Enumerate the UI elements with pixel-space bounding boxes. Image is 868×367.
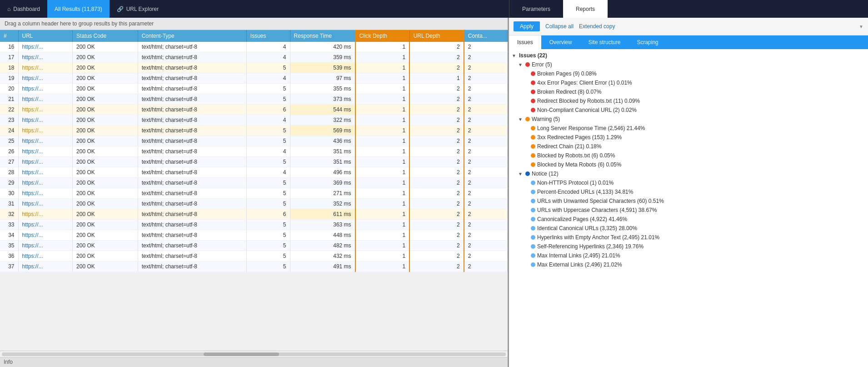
tree-item-unwanted-special[interactable]: URLs with Unwanted Special Characters (6… <box>509 196 868 206</box>
tree-notice-group[interactable]: ▼ Notice (12) <box>509 169 868 178</box>
col-header-issues[interactable]: Issues <box>246 30 290 42</box>
table-row[interactable]: 34 https://... 200 OK text/html; charset… <box>0 230 508 241</box>
tree-item-max-internal[interactable]: Max Internal Links (2,495) 21.01% <box>509 251 868 260</box>
apply-button[interactable]: Apply <box>514 21 540 31</box>
tab-site-structure[interactable]: Site structure <box>580 35 629 49</box>
tree-item-hyperlinks-empty[interactable]: Hyperlinks with Empty Anchor Text (2,495… <box>509 233 868 242</box>
tree-item-uppercase-chars[interactable]: URLs with Uppercase Characters (4,591) 3… <box>509 206 868 215</box>
arrow-down-icon: ▼ <box>518 62 524 67</box>
tree-item-long-server[interactable]: Long Server Response Time (2,546) 21.44% <box>509 124 868 133</box>
table-row[interactable]: 24 https://... 200 OK text/html; charset… <box>0 126 508 136</box>
table-row[interactable]: 16 https://... 200 OK text/html; charset… <box>0 42 508 52</box>
tree-item-canonicalized-pages[interactable]: Canonicalized Pages (4,922) 41.46% <box>509 215 868 224</box>
tree-item-redirect-blocked[interactable]: Redirect Blocked by Robots.txt (11) 0.09… <box>509 96 868 106</box>
table-row[interactable]: 19 https://... 200 OK text/html; charset… <box>0 73 508 84</box>
tree-item-non-compliant-canonical[interactable]: Non-Compliant Canonical URL (2) 0.02% <box>509 106 868 115</box>
cell-url[interactable]: https://... <box>18 84 73 94</box>
col-header-click-depth[interactable]: Click Depth <box>355 30 410 42</box>
dot-blue <box>531 253 535 258</box>
issues-tree[interactable]: ▼ Issues (22) ▼ Error (5) Broken Pages (… <box>509 49 868 367</box>
tab-reports[interactable]: Reports <box>563 0 608 18</box>
tree-item-self-referencing[interactable]: Self-Referencing Hyperlinks (2,346) 19.7… <box>509 242 868 251</box>
table-row[interactable]: 37 https://... 200 OK text/html; charset… <box>0 261 508 272</box>
table-row[interactable]: 35 https://... 200 OK text/html; charset… <box>0 241 508 251</box>
table-row[interactable]: 30 https://... 200 OK text/html; charset… <box>0 188 508 199</box>
tree-item-4xx-error[interactable]: 4xx Error Pages: Client Error (1) 0.01% <box>509 78 868 87</box>
tab-parameters[interactable]: Parameters <box>509 0 563 18</box>
extended-copy-button[interactable]: Extended copy <box>579 23 615 30</box>
tab-overview[interactable]: Overview <box>541 35 580 49</box>
dot-orange <box>531 144 535 149</box>
cell-url[interactable]: https://... <box>18 146 73 157</box>
tab-all-results[interactable]: All Results (11,873) <box>47 0 110 18</box>
tree-item-percent-encoded[interactable]: Percent-Encoded URLs (4,133) 34.81% <box>509 187 868 196</box>
cell-url[interactable]: https://... <box>18 209 73 220</box>
table-wrapper[interactable]: # URL Status Code Content-Type Issues Re… <box>0 30 508 351</box>
tree-item-redirect-chain[interactable]: Redirect Chain (21) 0.18% <box>509 142 868 151</box>
tab-scraping[interactable]: Scraping <box>629 35 666 49</box>
table-row[interactable]: 36 https://... 200 OK text/html; charset… <box>0 251 508 261</box>
cell-issues: 5 <box>246 63 290 73</box>
cell-url[interactable]: https://... <box>18 136 73 146</box>
table-row[interactable]: 27 https://... 200 OK text/html; charset… <box>0 157 508 167</box>
cell-url-depth: 2 <box>409 188 464 199</box>
cell-response-time: 420 ms <box>290 42 355 52</box>
table-row[interactable]: 17 https://... 200 OK text/html; charset… <box>0 52 508 63</box>
cell-url[interactable]: https://... <box>18 52 73 63</box>
col-header-url[interactable]: URL <box>18 30 73 42</box>
tree-root[interactable]: ▼ Issues (22) <box>509 51 868 60</box>
tree-warning-group[interactable]: ▼ Warning (5) <box>509 115 868 124</box>
tree-item-identical-canonical[interactable]: Identical Canonical URLs (3,325) 28.00% <box>509 224 868 233</box>
tree-item-3xx-redirected[interactable]: 3xx Redirected Pages (153) 1.29% <box>509 133 868 142</box>
col-header-response-time[interactable]: Response Time <box>290 30 355 42</box>
table-row[interactable]: 21 https://... 200 OK text/html; charset… <box>0 94 508 105</box>
cell-url[interactable]: https://... <box>18 230 73 241</box>
tab-dashboard[interactable]: ⌂ Dashboard <box>0 0 47 18</box>
cell-url[interactable]: https://... <box>18 63 73 73</box>
table-row[interactable]: 23 https://... 200 OK text/html; charset… <box>0 115 508 126</box>
tab-issues[interactable]: Issues <box>509 35 541 49</box>
table-row[interactable]: 33 https://... 200 OK text/html; charset… <box>0 220 508 230</box>
table-row[interactable]: 22 https://... 200 OK text/html; charset… <box>0 105 508 115</box>
col-header-url-depth[interactable]: URL Depth <box>409 30 464 42</box>
table-row[interactable]: 32 https://... 200 OK text/html; charset… <box>0 209 508 220</box>
cell-url[interactable]: https://... <box>18 261 73 272</box>
cell-url[interactable]: https://... <box>18 241 73 251</box>
cell-url[interactable]: https://... <box>18 73 73 84</box>
table-row[interactable]: 31 https://... 200 OK text/html; charset… <box>0 199 508 209</box>
cell-url[interactable]: https://... <box>18 115 73 126</box>
tree-item-broken-redirect[interactable]: Broken Redirect (8) 0.07% <box>509 87 868 96</box>
tree-item-max-external[interactable]: Max External Links (2,496) 21.02% <box>509 260 868 269</box>
tree-item-blocked-meta-robots[interactable]: Blocked by Meta Robots (6) 0.05% <box>509 160 868 169</box>
table-row[interactable]: 18 https://... 200 OK text/html; charset… <box>0 63 508 73</box>
table-row[interactable]: 26 https://... 200 OK text/html; charset… <box>0 146 508 157</box>
cell-url[interactable]: https://... <box>18 220 73 230</box>
cell-url[interactable]: https://... <box>18 157 73 167</box>
tree-error-group[interactable]: ▼ Error (5) <box>509 60 868 69</box>
cell-url[interactable]: https://... <box>18 188 73 199</box>
cell-url[interactable]: https://... <box>18 94 73 105</box>
table-row[interactable]: 25 https://... 200 OK text/html; charset… <box>0 136 508 146</box>
tree-item-non-https[interactable]: Non-HTTPS Protocol (1) 0.01% <box>509 178 868 187</box>
horizontal-scrollbar[interactable] <box>0 351 508 357</box>
table-row[interactable]: 28 https://... 200 OK text/html; charset… <box>0 167 508 178</box>
table-row[interactable]: 20 https://... 200 OK text/html; charset… <box>0 84 508 94</box>
table-row[interactable]: 29 https://... 200 OK text/html; charset… <box>0 178 508 188</box>
cell-url[interactable]: https://... <box>18 178 73 188</box>
cell-url[interactable]: https://... <box>18 105 73 115</box>
tab-url-explorer[interactable]: 🔗 URL Explorer <box>110 0 166 18</box>
col-header-conta[interactable]: Conta... <box>464 30 508 42</box>
tree-item-broken-pages[interactable]: Broken Pages (9) 0.08% <box>509 69 868 78</box>
cell-conta: 2 <box>464 42 508 52</box>
cell-num: 24 <box>0 126 18 136</box>
cell-url[interactable]: https://... <box>18 42 73 52</box>
cell-url[interactable]: https://... <box>18 251 73 261</box>
col-header-num[interactable]: # <box>0 30 18 42</box>
cell-url[interactable]: https://... <box>18 199 73 209</box>
tree-item-blocked-robots[interactable]: Blocked by Robots.txt (6) 0.05% <box>509 151 868 160</box>
collapse-all-button[interactable]: Collapse all <box>545 23 574 30</box>
col-header-content-type[interactable]: Content-Type <box>138 30 246 42</box>
cell-url[interactable]: https://... <box>18 167 73 178</box>
col-header-status[interactable]: Status Code <box>73 30 138 42</box>
cell-url[interactable]: https://... <box>18 126 73 136</box>
